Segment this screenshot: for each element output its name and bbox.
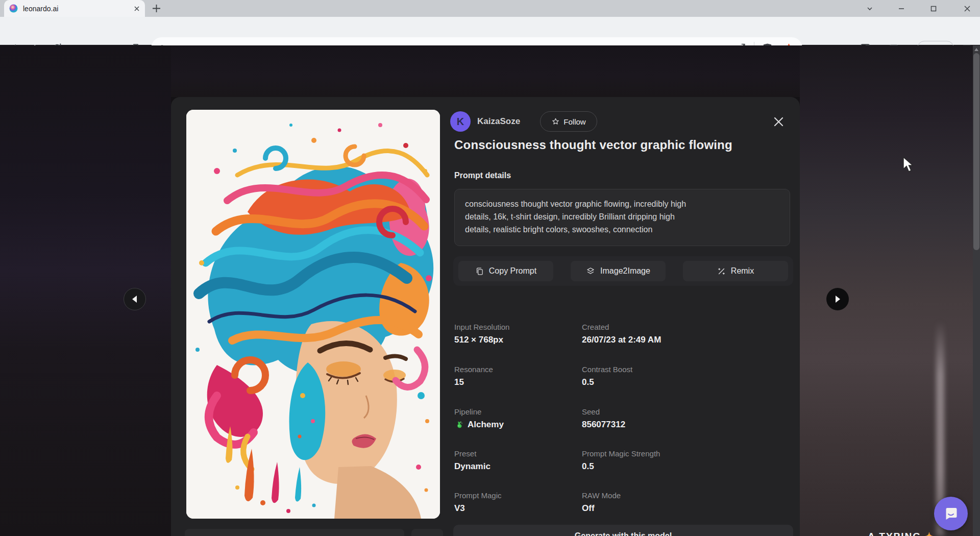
detail-label: Input Resolution	[454, 323, 579, 331]
browser-toolbar: app.leonardo.ai VPN	[0, 17, 980, 45]
partial-watermark: A TYPING ✦	[868, 530, 965, 536]
detail-label: Preset	[454, 449, 579, 458]
scrollbar-up-icon[interactable]	[973, 45, 980, 53]
potion-icon	[454, 420, 463, 429]
detail-value: 856077312	[582, 420, 707, 430]
spark-icon: ✦	[925, 531, 934, 536]
artwork-image	[186, 110, 440, 519]
detail-label: Created	[582, 323, 707, 331]
detail-value: 0.5	[582, 377, 707, 387]
detail-value: Off	[582, 503, 707, 514]
detail-label: Resonance	[454, 365, 579, 374]
detail-label: Contrast Boost	[582, 365, 707, 374]
tab-title: leonardo.ai	[23, 5, 129, 13]
image-title: Consciousness thought vector graphic flo…	[454, 138, 732, 152]
detail-contrast-boost: Contrast Boost 0.5	[582, 365, 707, 387]
browser-tab[interactable]: leonardo.ai	[4, 0, 145, 17]
window-maximize-icon[interactable]	[922, 0, 945, 17]
image-toolbar-button-partial[interactable]	[411, 529, 443, 536]
remix-label: Remix	[731, 266, 754, 276]
prompt-details-heading: Prompt details	[454, 171, 511, 180]
window-close-icon[interactable]	[955, 0, 979, 17]
remix-button[interactable]: Remix	[683, 261, 788, 281]
detail-label: Prompt Magic	[454, 491, 579, 500]
next-image-button[interactable]	[826, 288, 849, 310]
copy-icon	[475, 267, 484, 276]
image2image-label: Image2Image	[600, 266, 650, 276]
site-favicon	[9, 4, 18, 13]
detail-value: 26/07/23 at 2:49 AM	[582, 335, 707, 345]
dimmed-background-top	[171, 45, 800, 97]
prompt-line: consciousness thought vector graphic flo…	[465, 198, 779, 210]
detail-prompt-magic: Prompt Magic V3	[454, 491, 579, 514]
page-scrollbar[interactable]	[973, 45, 980, 536]
star-icon	[551, 117, 560, 126]
detail-seed: Seed 856077312	[582, 407, 707, 430]
action-buttons-row: Copy Prompt Image2Image Remix	[453, 256, 793, 286]
modal-close-button[interactable]	[769, 112, 788, 131]
detail-value: Dynamic	[454, 461, 579, 472]
detail-label: Pipeline	[454, 407, 579, 416]
generate-with-model-button[interactable]: Generate with this model	[453, 525, 793, 536]
page-content: K KaizaSoze Follow Consciousness thought…	[0, 45, 980, 536]
layers-icon	[586, 266, 595, 276]
avatar-initial: K	[457, 116, 464, 128]
tab-strip: leonardo.ai	[0, 0, 980, 17]
generate-label: Generate with this model	[575, 531, 672, 536]
window-minimize-icon[interactable]	[890, 0, 913, 17]
detail-label: Prompt Magic Strength	[582, 449, 707, 458]
tab-search-icon[interactable]	[858, 0, 881, 17]
detail-label: Seed	[582, 407, 707, 416]
generated-image-card	[186, 110, 440, 519]
image-toolbar-partial[interactable]	[185, 529, 404, 536]
previous-image-button[interactable]	[124, 288, 146, 310]
detail-raw-mode: RAW Mode Off	[582, 491, 707, 514]
prompt-text-box: consciousness thought vector graphic flo…	[454, 189, 790, 246]
dimmed-background-right	[800, 45, 973, 536]
pipeline-value: Alchemy	[468, 420, 504, 430]
detail-pipeline: Pipeline Alchemy	[454, 407, 579, 430]
copy-prompt-label: Copy Prompt	[489, 266, 536, 276]
detail-value: V3	[454, 503, 579, 514]
prompt-line: details, 16k, t-shirt design, incredibly…	[465, 210, 779, 223]
follow-button[interactable]: Follow	[540, 111, 597, 132]
detail-resonance: Resonance 15	[454, 365, 579, 387]
detail-label: RAW Mode	[582, 491, 707, 500]
scrollbar-thumb[interactable]	[973, 53, 979, 250]
prompt-line: details, realistic bright colors, swoosh…	[465, 223, 779, 236]
detail-prompt-magic-strength: Prompt Magic Strength 0.5	[582, 449, 707, 472]
remix-wand-icon	[717, 267, 726, 276]
tab-close-icon[interactable]	[134, 6, 140, 12]
arrow-left-icon	[131, 295, 138, 303]
support-chat-button[interactable]	[934, 497, 968, 530]
arrow-right-icon	[834, 295, 841, 303]
detail-value: 0.5	[582, 461, 707, 472]
image2image-button[interactable]: Image2Image	[571, 261, 666, 281]
close-icon	[774, 117, 783, 127]
detail-input-resolution: Input Resolution 512 × 768px	[454, 323, 579, 345]
detail-created: Created 26/07/23 at 2:49 AM	[582, 323, 707, 345]
dimmed-background-left	[0, 45, 171, 536]
image-detail-modal: K KaizaSoze Follow Consciousness thought…	[171, 97, 800, 536]
detail-value: Alchemy	[454, 420, 579, 430]
new-tab-icon[interactable]	[152, 4, 161, 13]
detail-value: 15	[454, 377, 579, 387]
chat-bubble-icon	[943, 505, 959, 522]
avatar[interactable]: K	[450, 111, 471, 132]
detail-value: 512 × 768px	[454, 335, 579, 345]
detail-preset: Preset Dynamic	[454, 449, 579, 472]
watermark-text: A TYPING ✦	[868, 530, 965, 536]
copy-prompt-button[interactable]: Copy Prompt	[458, 261, 553, 281]
mouse-cursor	[902, 157, 916, 173]
author-name[interactable]: KaizaSoze	[477, 116, 520, 127]
follow-label: Follow	[564, 117, 585, 126]
